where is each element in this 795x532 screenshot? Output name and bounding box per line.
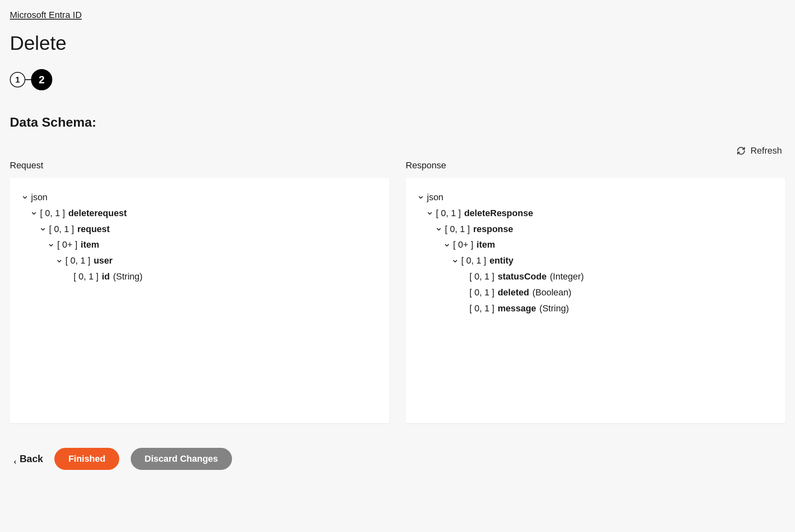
node-name: deleteResponse — [464, 207, 533, 220]
chevron-down-icon — [47, 241, 55, 249]
tree-node[interactable]: [ 0, 1 ] entity — [417, 253, 774, 269]
request-label: Request — [10, 160, 389, 171]
node-type: (Boolean) — [532, 286, 571, 299]
request-column: Request json [ 0, 1 ] deleterequest [ 0,… — [10, 160, 389, 423]
node-name: message — [498, 302, 536, 315]
tree-node[interactable]: [ 0, 1 ] request — [21, 221, 378, 237]
node-name: statusCode — [498, 270, 547, 283]
refresh-icon[interactable] — [737, 146, 746, 155]
node-type: (Integer) — [550, 270, 584, 283]
response-label: Response — [406, 160, 785, 171]
chevron-down-icon — [56, 257, 63, 265]
cardinality-label: [ 0, 1 ] — [469, 286, 494, 299]
step-connector — [25, 79, 31, 80]
chevron-down-icon — [30, 210, 38, 217]
tree-node[interactable]: [ 0+ ] item — [417, 237, 774, 253]
chevron-down-icon — [417, 194, 424, 201]
tree-node[interactable]: [ 0, 1 ] user — [21, 253, 378, 269]
cardinality-label: [ 0+ ] — [57, 239, 78, 251]
tree-node[interactable]: [ 0, 1 ] response — [417, 221, 774, 237]
cardinality-label: [ 0, 1 ] — [469, 270, 494, 283]
tree-node[interactable]: [ 0+ ] item — [21, 237, 378, 253]
discard-changes-button[interactable]: Discard Changes — [131, 448, 232, 470]
chevron-down-icon — [435, 226, 442, 233]
refresh-button[interactable]: Refresh — [750, 145, 782, 156]
footer-actions: Back Finished Discard Changes — [10, 448, 785, 470]
request-panel: json [ 0, 1 ] deleterequest [ 0, 1 ] req… — [10, 178, 389, 423]
stepper: 1 2 — [10, 69, 785, 90]
back-label: Back — [20, 453, 43, 465]
cardinality-label: [ 0, 1 ] — [461, 255, 486, 267]
chevron-down-icon — [426, 210, 433, 217]
tree-node-label: json — [31, 191, 47, 204]
cardinality-label: [ 0, 1 ] — [74, 270, 98, 283]
tree-node-json[interactable]: json — [21, 190, 378, 206]
node-name: response — [473, 223, 513, 236]
section-heading: Data Schema: — [10, 115, 785, 130]
cardinality-label: [ 0, 1 ] — [469, 302, 494, 315]
node-name: id — [102, 270, 110, 283]
chevron-down-icon — [21, 194, 29, 201]
cardinality-label: [ 0+ ] — [453, 239, 473, 251]
tree-node[interactable]: [ 0, 1 ] deleterequest — [21, 206, 378, 221]
response-panel: json [ 0, 1 ] deleteResponse [ 0, 1 ] re… — [406, 178, 785, 423]
node-type: (String) — [113, 270, 143, 283]
response-column: Response json [ 0, 1 ] deleteResponse [ … — [406, 160, 785, 423]
cardinality-label: [ 0, 1 ] — [436, 207, 461, 220]
tree-node-json[interactable]: json — [417, 190, 774, 206]
tree-node-label: json — [427, 191, 443, 204]
tree-node[interactable]: [ 0, 1 ] message (String) — [417, 301, 774, 317]
tree-node[interactable]: [ 0, 1 ] statusCode (Integer) — [417, 269, 774, 285]
chevron-down-icon — [39, 226, 47, 233]
step-2[interactable]: 2 — [31, 69, 52, 90]
chevron-down-icon — [443, 241, 451, 249]
back-button[interactable]: Back — [12, 453, 43, 465]
cardinality-label: [ 0, 1 ] — [49, 223, 74, 236]
chevron-left-icon — [12, 456, 18, 462]
cardinality-label: [ 0, 1 ] — [65, 255, 90, 267]
tree-node[interactable]: [ 0, 1 ] deleted (Boolean) — [417, 285, 774, 301]
step-1[interactable]: 1 — [10, 72, 25, 87]
tree-node[interactable]: [ 0, 1 ] id (String) — [21, 269, 378, 285]
node-type: (String) — [539, 302, 569, 315]
breadcrumb-link[interactable]: Microsoft Entra ID — [10, 10, 82, 20]
chevron-down-icon — [451, 257, 459, 265]
finished-button[interactable]: Finished — [54, 448, 119, 470]
node-name: request — [77, 223, 109, 236]
cardinality-label: [ 0, 1 ] — [445, 223, 470, 236]
node-name: item — [81, 239, 99, 251]
node-name: deleted — [498, 286, 529, 299]
cardinality-label: [ 0, 1 ] — [40, 207, 65, 220]
node-name: user — [94, 255, 112, 267]
node-name: item — [477, 239, 495, 251]
node-name: entity — [489, 255, 514, 267]
node-name: deleterequest — [68, 207, 127, 220]
tree-node[interactable]: [ 0, 1 ] deleteResponse — [417, 206, 774, 221]
page-title: Delete — [10, 32, 785, 54]
